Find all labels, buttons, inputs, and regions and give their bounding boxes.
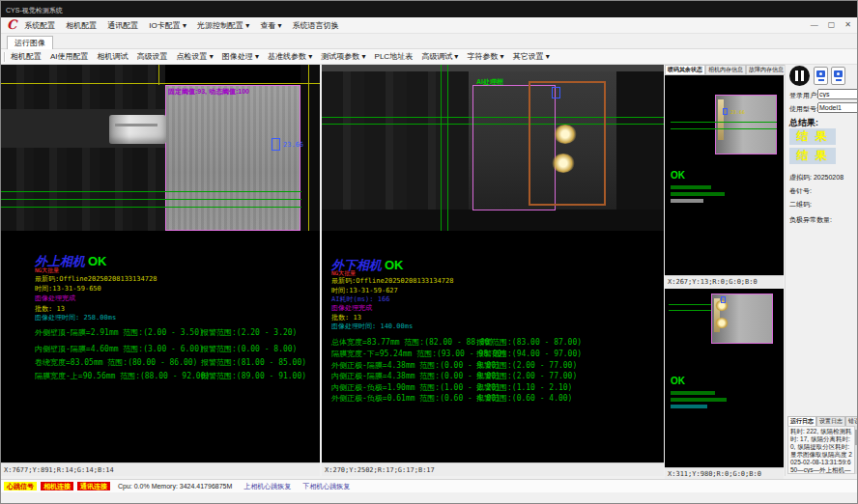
- negative-abnormal-count-label: 负极异常数量:: [789, 215, 832, 225]
- right-sidebar: 登录用户: 使用型号: 总结果: 结 果 结 果 虚拟码: 20250208 卷…: [785, 65, 858, 476]
- toolbar: 相机配置 AI使用配置 相机调试 高级设置 点检设置 ▾ 图像处理 ▾ 基准线参…: [1, 49, 858, 65]
- middle-process-time: 图像处理时间: 140.00ms: [331, 322, 413, 331]
- roi-rect-magenta: [165, 85, 300, 231]
- model-label: 使用型号:: [789, 105, 818, 112]
- measure-rect-blue: [552, 87, 560, 98]
- login-user-row: 登录用户:: [789, 91, 818, 100]
- small-view-tabs: 喷码其余状态 相机内存信息 故障内存信息: [665, 65, 784, 75]
- tab-camera-memory[interactable]: 相机内存信息: [705, 65, 746, 75]
- login-user-input[interactable]: [817, 89, 858, 99]
- small-view2-result: OK: [671, 376, 685, 386]
- window-controls: — ▢ ✕: [811, 21, 851, 29]
- needle-number-label: 卷针号:: [789, 186, 812, 196]
- measurement-row: 隔膜宽度-上=90.56mm 范围:(88.00 - 92.00) 报警范围:(…: [35, 371, 210, 381]
- tool-camera-debug[interactable]: 相机调试: [98, 51, 129, 62]
- measurement-row: 内侧正极-负极=1.90mm 范围:(1.00 - 2.20) 报警范围:(1.…: [331, 382, 500, 393]
- app-logo-icon: C: [7, 20, 16, 30]
- tool-test-params[interactable]: 测试项参数 ▾: [321, 51, 365, 62]
- middle-barcode: 最新码:Offline20250208133134728: [331, 276, 453, 286]
- measure-line-green: [671, 122, 777, 123]
- middle-camera-panel[interactable]: AI处理框 外下相机OK NG大批量 最新码:Offline2025020813…: [322, 65, 664, 462]
- qr-code-label: 二维码:: [789, 200, 812, 210]
- app-window: CYS-视觉检测系统 C 系统配置 相机配置 通讯配置 IO卡配置 ▾ 光源控制…: [0, 0, 858, 504]
- status-bar: 心跳信号 相机连接 通讯连接 Cpu: 0.0% Memory: 3424.41…: [1, 479, 858, 492]
- menu-bar: C 系统配置 相机配置 通讯配置 IO卡配置 ▾ 光源控制配置 ▾ 查看 ▾ 系…: [1, 17, 858, 34]
- heartbeat-status-badge: 心跳信号: [4, 482, 37, 490]
- measurement-row: 外侧正极-负极=0.61mm 范围:(0.60 - 4.00) 报警范围:(0.…: [331, 393, 500, 404]
- menu-view[interactable]: 查看 ▾: [260, 20, 281, 31]
- left-barcode: 最新码:Offline20250208133134728: [35, 274, 157, 284]
- pause-button[interactable]: [789, 66, 810, 86]
- menu-comm-config[interactable]: 通讯配置: [107, 20, 138, 31]
- tool-other-settings[interactable]: 其它设置 ▾: [513, 51, 550, 62]
- model-input[interactable]: [817, 102, 858, 113]
- window-title: CYS-视觉检测系统: [6, 7, 63, 14]
- model-row: 使用型号:: [789, 104, 818, 114]
- measure-line-green: [1, 191, 301, 192]
- middle-camera-image: AI处理框: [322, 65, 664, 231]
- measurement-row: 外侧正极-隔膜=4.38mm 范围:(0.00 - 9.00) 报警范围:(2.…: [331, 360, 500, 371]
- middle-process-done: 图像处理完成: [331, 303, 372, 313]
- measurement-row: 内侧壁顶-隔膜=4.60mm 范围:(3.00 - 6.00) 报警范围:(0.…: [35, 344, 204, 354]
- left-coords-bar: X:7677;Y:891;R:14;G:14;B:14: [1, 462, 320, 476]
- login-user-label: 登录用户:: [789, 92, 818, 98]
- tool-plc-address[interactable]: PLC地址表: [375, 51, 414, 62]
- tool-ai-config[interactable]: AI使用配置: [50, 51, 89, 62]
- close-icon[interactable]: ✕: [844, 21, 851, 29]
- left-camera-panel[interactable]: 固定阈值:93, 动态阈值:100 23.66 外上相机OK NG大批量 最新码…: [1, 65, 320, 462]
- tool-camera-config[interactable]: 相机配置: [11, 51, 42, 62]
- middle-coords-bar: X:270;Y:2502;R:17;G:17;B:17: [322, 462, 664, 476]
- measure-rect-blue: [272, 138, 280, 151]
- tool-spot-check[interactable]: 点检设置 ▾: [177, 51, 214, 62]
- minimize-icon[interactable]: —: [811, 21, 818, 29]
- virtual-code-label: 虚拟码: 20250208: [789, 173, 844, 182]
- menu-camera-config[interactable]: 相机配置: [66, 20, 97, 31]
- cpu-memory-status: Cpu: 0.0% Memory: 3424.41796875M: [118, 483, 232, 490]
- thumbnail-image: [715, 95, 777, 154]
- camera-connection-badge: 相机连接: [41, 482, 73, 490]
- tab-spray-status[interactable]: 喷码其余状态: [665, 65, 705, 75]
- title-bar: CYS-视觉检测系统: [1, 1, 858, 17]
- tool-advanced-settings[interactable]: 高级设置: [137, 51, 168, 62]
- measurement-row: 外侧壁顶-隔膜=2.91mm 范围:(2.00 - 3.50) 报警范围:(2.…: [35, 327, 204, 338]
- camera1-icon-button[interactable]: [814, 67, 828, 85]
- camera2-icon-button[interactable]: [831, 67, 845, 85]
- view-tab-bar: 运行图像: [1, 34, 858, 49]
- comm-connection-badge: 通讯连接: [77, 482, 110, 490]
- electrode-tab: [109, 115, 166, 144]
- threshold-overlay-label: 固定阈值:93, 动态阈值:100: [168, 87, 249, 97]
- small-views-column: 喷码其余状态 相机内存信息 故障内存信息 23.66 OK X:267;Y:13…: [665, 65, 784, 476]
- ai-overlay-label: AI处理框: [476, 77, 503, 87]
- measure-value-label: 23.66: [283, 141, 303, 149]
- lower-camera-heartbeat-link[interactable]: 下相机心跳恢复: [302, 482, 350, 491]
- measurement-row: 内侧正极-隔膜=4.38mm 范围:(0.00 - 9.00) 报警范围:(2.…: [331, 371, 500, 381]
- measure-line-green: [669, 304, 711, 305]
- menu-light-config[interactable]: 光源控制配置 ▾: [197, 20, 249, 31]
- tool-advanced-debug[interactable]: 高级调试 ▾: [421, 51, 458, 62]
- electrode-glint: [715, 318, 729, 328]
- left-time: 时间:13-31-59-650: [35, 284, 101, 294]
- left-result-ok: OK: [88, 254, 107, 268]
- tool-image-processing[interactable]: 图像处理 ▾: [222, 51, 259, 62]
- menu-io-config[interactable]: IO卡配置 ▾: [149, 20, 186, 31]
- tab-run-image[interactable]: 运行图像: [7, 36, 53, 49]
- camera-icon: [834, 70, 843, 77]
- menu-system-config[interactable]: 系统配置: [24, 20, 55, 31]
- tool-char-params[interactable]: 字符参数 ▾: [467, 51, 503, 62]
- measurement-row: 卷绕宽度=83.05mm 范围:(80.00 - 86.00) 报警范围:(81…: [35, 357, 197, 368]
- small-view-top[interactable]: 23.66 OK: [665, 75, 784, 275]
- measurement-row: 总体宽度=83.77mm 范围:(82.00 - 88.00) 报警范围:(83…: [331, 337, 494, 348]
- result-box-bottom: 结 果: [789, 148, 836, 164]
- tool-baseline-params[interactable]: 基准线参数 ▾: [268, 51, 312, 62]
- left-process-time: 图像处理时间: 258.00ms: [35, 313, 116, 322]
- upper-camera-heartbeat-link[interactable]: 上相机心跳恢复: [243, 482, 291, 491]
- small-view-bottom[interactable]: OK: [665, 289, 784, 467]
- maximize-icon[interactable]: ▢: [828, 21, 836, 29]
- measure-value-label: 23.66: [730, 109, 745, 115]
- electrode-glint: [552, 154, 575, 173]
- toolbar-grip: [4, 52, 6, 62]
- log-text-area[interactable]: 耗时: 222, 纵隔检测耗时: 17, 纵隔分离耗时: 0, 纵隔提取分区耗时…: [787, 426, 855, 474]
- tab-fault-memory[interactable]: 故障内存信息: [746, 65, 786, 75]
- electrode-glint: [554, 125, 577, 144]
- menu-language-switch[interactable]: 系统语言切换: [293, 20, 339, 31]
